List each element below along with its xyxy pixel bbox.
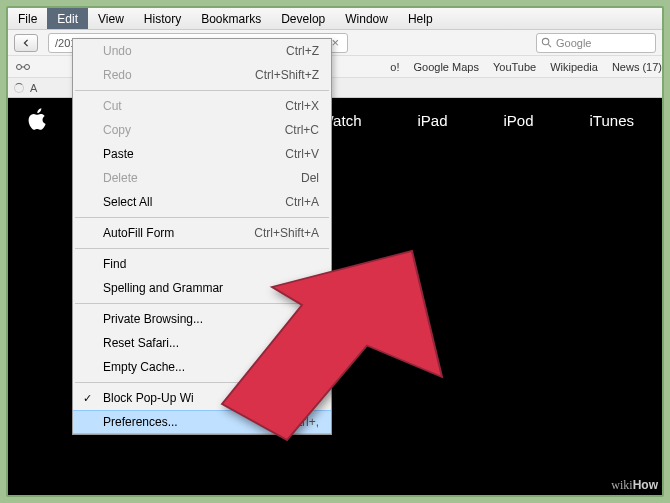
menu-view[interactable]: View	[88, 8, 134, 29]
menu-item: CutCtrl+X	[73, 94, 331, 118]
menu-bookmarks[interactable]: Bookmarks	[191, 8, 271, 29]
bookmark-item[interactable]: Wikipedia	[550, 61, 598, 73]
reading-list-icon[interactable]	[14, 62, 32, 72]
apple-logo-icon[interactable]	[28, 107, 48, 134]
search-bar[interactable]: Google	[536, 33, 656, 53]
svg-line-1	[548, 44, 551, 47]
menu-help[interactable]: Help	[398, 8, 443, 29]
menu-edit[interactable]: Edit	[47, 8, 88, 29]
menu-item-label: Redo	[103, 67, 255, 83]
menu-item[interactable]: Select AllCtrl+A	[73, 190, 331, 214]
svg-point-0	[542, 38, 548, 44]
back-icon	[22, 39, 30, 47]
menu-item-label: Copy	[103, 122, 285, 138]
menu-item-label: Delete	[103, 170, 301, 186]
menu-item-shortcut: Ctrl+V	[285, 146, 319, 162]
menu-item-label: AutoFill Form	[103, 225, 254, 241]
bookmark-item[interactable]: News (17)	[612, 61, 662, 73]
back-button[interactable]	[14, 34, 38, 52]
apple-nav-item[interactable]: iTunes	[590, 112, 634, 129]
annotation-arrow	[212, 242, 472, 446]
menu-item: UndoCtrl+Z	[73, 39, 331, 63]
apple-nav-item[interactable]: iPad	[417, 112, 447, 129]
check-icon: ✓	[83, 390, 92, 406]
menu-item: CopyCtrl+C	[73, 118, 331, 142]
menu-develop[interactable]: Develop	[271, 8, 335, 29]
menu-item-shortcut: Ctrl+Shift+A	[254, 225, 319, 241]
search-placeholder: Google	[556, 37, 591, 49]
menu-item: DeleteDel	[73, 166, 331, 190]
menu-item-label: Undo	[103, 43, 286, 59]
menu-item-label: Select All	[103, 194, 285, 210]
menu-item-shortcut: Ctrl+C	[285, 122, 319, 138]
menu-item-shortcut: Del	[301, 170, 319, 186]
search-icon	[541, 37, 552, 48]
menu-item-label: Cut	[103, 98, 285, 114]
menu-separator	[75, 90, 329, 91]
bookmark-item[interactable]: YouTube	[493, 61, 536, 73]
menu-file[interactable]: File	[8, 8, 47, 29]
menubar: FileEditViewHistoryBookmarksDevelopWindo…	[8, 8, 662, 30]
menu-item-shortcut: Ctrl+A	[285, 194, 319, 210]
svg-point-2	[17, 64, 22, 69]
tab-label[interactable]: A	[30, 82, 37, 94]
menu-item[interactable]: PasteCtrl+V	[73, 142, 331, 166]
menu-item-shortcut: Ctrl+Z	[286, 43, 319, 59]
bookmark-item[interactable]: Google Maps	[414, 61, 479, 73]
apple-nav-item[interactable]: iPod	[504, 112, 534, 129]
svg-point-3	[25, 64, 30, 69]
menu-item-label: Paste	[103, 146, 285, 162]
menu-item-shortcut: Ctrl+X	[285, 98, 319, 114]
menu-item-shortcut: Ctrl+Shift+Z	[255, 67, 319, 83]
menu-separator	[75, 217, 329, 218]
menu-history[interactable]: History	[134, 8, 191, 29]
menu-item: RedoCtrl+Shift+Z	[73, 63, 331, 87]
watermark: wikiHow	[611, 478, 658, 493]
loading-spinner-icon	[14, 83, 24, 93]
bookmark-item[interactable]: o!	[390, 61, 399, 73]
menu-window[interactable]: Window	[335, 8, 398, 29]
